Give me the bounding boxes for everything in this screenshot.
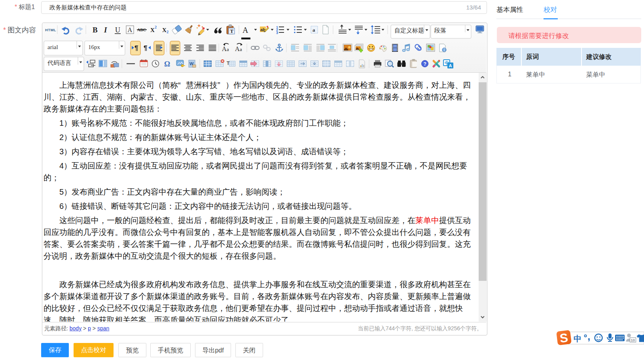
svg-text:X: X	[150, 27, 155, 33]
svg-text:B: B	[93, 26, 98, 34]
svg-text:arial: arial	[47, 44, 58, 50]
svg-text:段落: 段落	[434, 27, 446, 34]
svg-text:I: I	[104, 26, 107, 34]
svg-text:HTML: HTML	[45, 28, 56, 32]
svg-text:中: 中	[574, 334, 581, 343]
svg-text:T: T	[227, 61, 230, 66]
svg-text:¶: ¶	[144, 44, 147, 52]
svg-text:S: S	[559, 331, 569, 345]
svg-text:?: ?	[424, 61, 426, 67]
svg-text:A: A	[128, 27, 133, 33]
svg-text:A: A	[242, 26, 248, 34]
svg-text:X: X	[162, 27, 167, 33]
svg-text:A: A	[222, 45, 227, 52]
svg-text:¶: ¶	[134, 44, 138, 52]
svg-text:A: A	[449, 63, 452, 68]
svg-text:a: a	[227, 46, 229, 52]
svg-text:3: 3	[276, 31, 278, 35]
svg-text:T: T	[230, 28, 234, 34]
svg-text:代码语言: 代码语言	[47, 59, 71, 66]
svg-text:2: 2	[167, 30, 169, 34]
svg-text:10: 10	[631, 338, 635, 342]
svg-text:16px: 16px	[88, 44, 100, 50]
svg-text:a: a	[313, 27, 315, 33]
svg-text:2: 2	[155, 25, 157, 29]
svg-text:自定义标题: 自定义标题	[394, 27, 424, 34]
svg-text:U: U	[115, 26, 120, 34]
svg-text:,: ,	[587, 330, 590, 342]
svg-text:A: A	[235, 45, 240, 52]
svg-text:Ω: Ω	[164, 60, 170, 68]
svg-text:a: a	[240, 46, 242, 52]
